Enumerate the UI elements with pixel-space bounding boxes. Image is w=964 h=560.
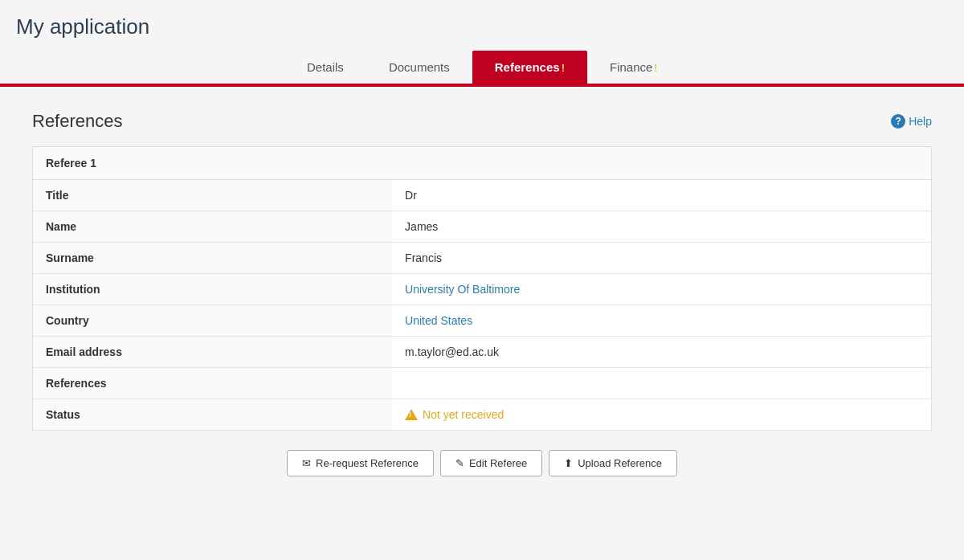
field-value: Not yet received bbox=[392, 399, 931, 431]
upload-reference-button[interactable]: ⬆ Upload Reference bbox=[549, 450, 677, 476]
field-label: Title bbox=[33, 180, 393, 211]
tabs-bar: Details Documents References! Finance! bbox=[0, 51, 964, 87]
referee-table: Referee 1 TitleDrNameJamesSurnameFrancis… bbox=[32, 146, 932, 431]
envelope-icon: ✉ bbox=[302, 457, 311, 469]
field-value: Francis bbox=[392, 243, 931, 274]
field-value: Dr bbox=[392, 180, 931, 211]
link-value[interactable]: University Of Baltimore bbox=[405, 283, 520, 296]
status-text: Not yet received bbox=[423, 408, 504, 421]
tab-references[interactable]: References! bbox=[472, 51, 587, 84]
field-label: Name bbox=[33, 211, 393, 243]
field-label: Status bbox=[33, 399, 393, 431]
table-row: InstitutionUniversity Of Baltimore bbox=[33, 274, 932, 305]
tab-documents[interactable]: Documents bbox=[366, 51, 472, 84]
field-value bbox=[392, 368, 931, 399]
table-row: StatusNot yet received bbox=[33, 399, 932, 431]
table-row: NameJames bbox=[33, 211, 932, 243]
field-value: United States bbox=[392, 305, 931, 337]
status-warning: Not yet received bbox=[405, 408, 918, 421]
edit-referee-label: Edit Referee bbox=[469, 457, 527, 469]
tabs-container: Details Documents References! Finance! bbox=[284, 51, 680, 84]
field-label: Institution bbox=[33, 274, 393, 305]
link-value[interactable]: United States bbox=[405, 314, 472, 327]
table-row: References bbox=[33, 368, 932, 399]
field-value: James bbox=[392, 211, 931, 243]
table-row: SurnameFrancis bbox=[33, 243, 932, 274]
main-content: References ? Help Referee 1 TitleDrNameJ… bbox=[16, 111, 948, 476]
table-row: TitleDr bbox=[33, 180, 932, 211]
app-title: My application bbox=[0, 0, 964, 51]
referee-group-header: Referee 1 bbox=[33, 147, 932, 180]
table-row: Email addressm.taylor@ed.ac.uk bbox=[33, 337, 932, 368]
pencil-icon: ✎ bbox=[455, 457, 464, 469]
field-label: Country bbox=[33, 305, 393, 337]
section-header: References ? Help bbox=[32, 111, 932, 132]
re-request-label: Re-request Reference bbox=[316, 457, 419, 469]
table-row: CountryUnited States bbox=[33, 305, 932, 337]
field-value: m.taylor@ed.ac.uk bbox=[392, 337, 931, 368]
help-link[interactable]: ? Help bbox=[891, 114, 932, 129]
tab-details[interactable]: Details bbox=[284, 51, 366, 84]
finance-warning-icon: ! bbox=[654, 62, 657, 74]
field-label: Surname bbox=[33, 243, 393, 274]
references-warning-icon: ! bbox=[562, 62, 565, 74]
help-label: Help bbox=[909, 115, 932, 128]
edit-referee-button[interactable]: ✎ Edit Referee bbox=[440, 450, 542, 476]
tab-finance[interactable]: Finance! bbox=[587, 51, 680, 84]
upload-icon: ⬆ bbox=[564, 457, 573, 469]
field-value: University Of Baltimore bbox=[392, 274, 931, 305]
help-icon: ? bbox=[891, 114, 905, 129]
field-label: References bbox=[33, 368, 393, 399]
field-label: Email address bbox=[33, 337, 393, 368]
actions-row: ✉ Re-request Reference ✎ Edit Referee ⬆ … bbox=[32, 450, 932, 476]
re-request-button[interactable]: ✉ Re-request Reference bbox=[287, 450, 434, 476]
upload-reference-label: Upload Reference bbox=[578, 457, 662, 469]
warning-triangle-icon bbox=[405, 409, 418, 420]
section-title: References bbox=[32, 111, 123, 132]
